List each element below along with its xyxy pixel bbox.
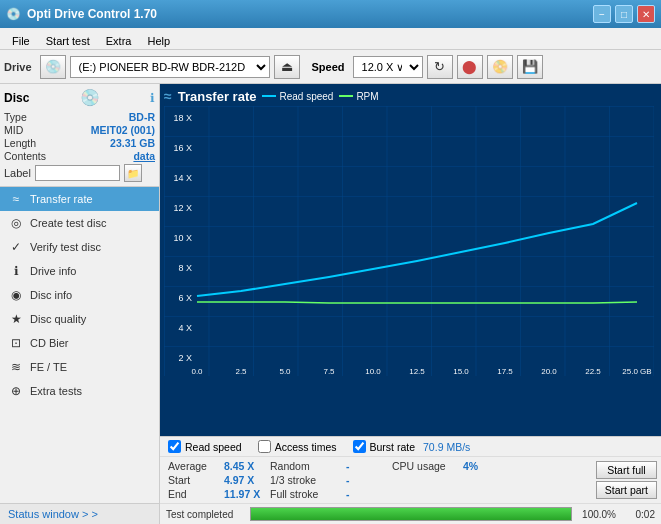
- chart-header: ≈ Transfer rate Read speed RPM: [164, 88, 657, 104]
- main-content: Disc 💿 ℹ Type BD-R MID MEIT02 (001) Leng…: [0, 84, 661, 524]
- svg-text:2.5: 2.5: [235, 367, 247, 376]
- close-button[interactable]: ✕: [637, 5, 655, 23]
- svg-text:20.0: 20.0: [541, 367, 557, 376]
- nav-fe-te[interactable]: ≋ FE / TE: [0, 355, 159, 379]
- drive-icon-btn[interactable]: 💿: [40, 55, 66, 79]
- progress-bar-fill: [251, 508, 571, 520]
- nav-disc-info-label: Disc info: [30, 289, 72, 301]
- nav-cd-bier[interactable]: ⊡ CD Bier: [0, 331, 159, 355]
- chart-title: Transfer rate: [178, 89, 257, 104]
- svg-text:6 X: 6 X: [178, 293, 192, 303]
- app-title: Opti Drive Control 1.70: [27, 7, 157, 21]
- disc-type-row: Type BD-R: [4, 111, 155, 123]
- nav-create-test-disc[interactable]: ◎ Create test disc: [0, 211, 159, 235]
- stat-average-key: Average: [168, 460, 218, 472]
- disc-label-key: Label: [4, 167, 31, 179]
- nav-drive-info-label: Drive info: [30, 265, 76, 277]
- disc-info-nav-icon: ◉: [8, 288, 24, 302]
- disc-contents-row: Contents data: [4, 150, 155, 162]
- erase-btn[interactable]: ⬤: [457, 55, 483, 79]
- access-times-checkbox-label: Access times: [275, 441, 337, 453]
- checkbox-row: Read speed Access times Burst rate 70.9 …: [160, 437, 661, 457]
- sidebar-nav: ≈ Transfer rate ◎ Create test disc ✓ Ver…: [0, 187, 159, 503]
- stat-random-val: -: [346, 460, 386, 472]
- stat-random-key: Random: [270, 460, 340, 472]
- title-bar: 💿 Opti Drive Control 1.70 − □ ✕: [0, 0, 661, 28]
- chart-panel: ≈ Transfer rate Read speed RPM: [160, 84, 661, 436]
- legend-read-speed: Read speed: [262, 91, 333, 102]
- svg-text:25.0 GB: 25.0 GB: [622, 367, 651, 376]
- svg-text:4 X: 4 X: [178, 323, 192, 333]
- stat-end-val: 11.97 X: [224, 488, 264, 500]
- maximize-button[interactable]: □: [615, 5, 633, 23]
- progress-row: Test completed 100.0% 0:02: [160, 503, 661, 524]
- menu-help[interactable]: Help: [139, 30, 178, 47]
- legend-rpm-label: RPM: [356, 91, 378, 102]
- disc-length-row: Length 23.31 GB: [4, 137, 155, 149]
- stats-left: Average 8.45 X Random - CPU usage 4% Sta…: [160, 457, 592, 503]
- eject-btn[interactable]: ⏏: [274, 55, 300, 79]
- stat-cpu-val: 4%: [463, 460, 503, 472]
- disc-quality-icon: ★: [8, 312, 24, 326]
- speed-label: Speed: [312, 61, 345, 73]
- nav-disc-quality[interactable]: ★ Disc quality: [0, 307, 159, 331]
- svg-text:12.5: 12.5: [409, 367, 425, 376]
- read-speed-checkbox[interactable]: [168, 440, 181, 453]
- nav-transfer-rate[interactable]: ≈ Transfer rate: [0, 187, 159, 211]
- svg-text:5.0: 5.0: [279, 367, 291, 376]
- legend-read-speed-label: Read speed: [279, 91, 333, 102]
- read-speed-checkbox-item: Read speed: [168, 440, 242, 453]
- title-bar-left: 💿 Opti Drive Control 1.70: [6, 7, 157, 21]
- menu-extra[interactable]: Extra: [98, 30, 140, 47]
- rpm-legend-color: [339, 95, 353, 97]
- read-speed-checkbox-label: Read speed: [185, 441, 242, 453]
- refresh-btn[interactable]: ↻: [427, 55, 453, 79]
- menu-start-test[interactable]: Start test: [38, 30, 98, 47]
- nav-transfer-rate-label: Transfer rate: [30, 193, 93, 205]
- stat-average-row: Average 8.45 X Random - CPU usage 4%: [168, 459, 584, 473]
- drive-info-icon: ℹ: [8, 264, 24, 278]
- nav-cd-bier-label: CD Bier: [30, 337, 69, 349]
- drive-select[interactable]: (E:) PIONEER BD-RW BDR-212D 1.00: [70, 56, 270, 78]
- stat-start-val: 4.97 X: [224, 474, 264, 486]
- svg-text:0.0: 0.0: [191, 367, 203, 376]
- nav-verify-test-disc[interactable]: ✓ Verify test disc: [0, 235, 159, 259]
- speed-select[interactable]: 12.0 X ∨: [353, 56, 423, 78]
- burst-rate-checkbox[interactable]: [353, 440, 366, 453]
- nav-drive-info[interactable]: ℹ Drive info: [0, 259, 159, 283]
- nav-extra-tests-label: Extra tests: [30, 385, 82, 397]
- extra-tests-icon: ⊕: [8, 384, 24, 398]
- svg-text:7.5: 7.5: [323, 367, 335, 376]
- disc-label-browse[interactable]: 📁: [124, 164, 142, 182]
- access-times-checkbox-item: Access times: [258, 440, 337, 453]
- drive-label: Drive: [4, 61, 32, 73]
- stat-end-key: End: [168, 488, 218, 500]
- stat-cpu-key: CPU usage: [392, 460, 457, 472]
- stat-full-stroke-val: -: [346, 488, 386, 500]
- disc-contents-val[interactable]: data: [133, 150, 155, 162]
- nav-extra-tests[interactable]: ⊕ Extra tests: [0, 379, 159, 403]
- svg-text:17.5: 17.5: [497, 367, 513, 376]
- save-btn[interactable]: 💾: [517, 55, 543, 79]
- svg-text:22.5: 22.5: [585, 367, 601, 376]
- svg-text:10 X: 10 X: [173, 233, 192, 243]
- disc-title: Disc: [4, 91, 29, 105]
- action-buttons: Start full Start part: [592, 457, 661, 503]
- minimize-button[interactable]: −: [593, 5, 611, 23]
- start-full-button[interactable]: Start full: [596, 461, 657, 479]
- status-text: Test completed: [166, 509, 246, 520]
- write-btn[interactable]: 📀: [487, 55, 513, 79]
- nav-disc-info[interactable]: ◉ Disc info: [0, 283, 159, 307]
- transfer-rate-chart: 18 X 16 X 14 X 12 X 10 X 8 X 6 X 4 X 2 X…: [164, 106, 654, 376]
- menu-file[interactable]: File: [4, 30, 38, 47]
- svg-text:10.0: 10.0: [365, 367, 381, 376]
- disc-header: Disc 💿 ℹ: [4, 88, 155, 107]
- disc-length-val: 23.31 GB: [110, 137, 155, 149]
- sidebar: Disc 💿 ℹ Type BD-R MID MEIT02 (001) Leng…: [0, 84, 160, 524]
- access-times-checkbox[interactable]: [258, 440, 271, 453]
- chart-icon: ≈: [164, 88, 172, 104]
- disc-label-input[interactable]: [35, 165, 120, 181]
- nav-disc-quality-label: Disc quality: [30, 313, 86, 325]
- status-window-link[interactable]: Status window > >: [8, 508, 98, 520]
- start-part-button[interactable]: Start part: [596, 481, 657, 499]
